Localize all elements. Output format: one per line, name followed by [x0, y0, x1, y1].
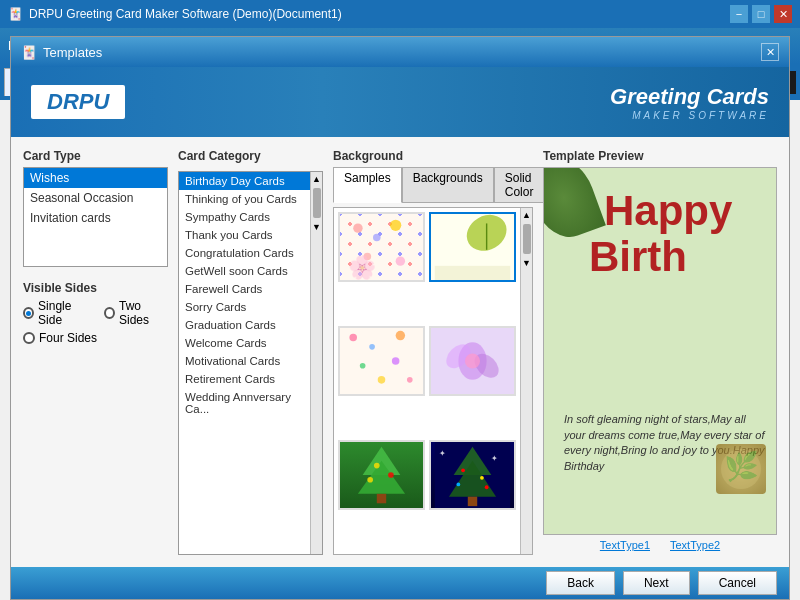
tab-solid-color[interactable]: Solid Color [494, 167, 545, 203]
greeting-logo: Greeting Cards MAKER SOFTWARE [610, 84, 769, 121]
card-category-list[interactable]: Birthday Day Cards Thinking of you Cards… [179, 172, 310, 554]
bg-scrollbar[interactable]: ▲ ▼ [520, 208, 532, 554]
bg-thumb-pink-confetti[interactable] [338, 326, 425, 396]
maximize-button[interactable]: □ [752, 5, 770, 23]
dialog-title-bar: 🃏 Templates ✕ [11, 37, 789, 67]
background-grid: 🌸 [334, 208, 520, 554]
radio-two-sides[interactable]: Two Sides [104, 299, 168, 327]
bg-thumb-dots[interactable]: 🌸 [338, 212, 425, 282]
radio-row-1: Single Side Two Sides [23, 299, 168, 327]
cat-item-congrat[interactable]: Congratulation Cards [179, 244, 310, 262]
svg-point-9 [349, 334, 357, 342]
next-button[interactable]: Next [623, 571, 690, 595]
card-category-label: Card Category [178, 149, 323, 163]
header-band: DRPU Greeting Cards MAKER SOFTWARE [11, 67, 789, 137]
svg-point-23 [374, 463, 380, 469]
scroll-up-arrow[interactable]: ▲ [310, 172, 323, 186]
cat-item-motivational[interactable]: Motivational Cards [179, 352, 310, 370]
svg-point-4 [396, 256, 405, 265]
category-scrollbar[interactable]: ▲ ▼ [310, 172, 322, 554]
close-window-button[interactable]: ✕ [774, 5, 792, 23]
tab-samples[interactable]: Samples [333, 167, 402, 203]
bg-scroll-up[interactable]: ▲ [520, 208, 533, 222]
svg-rect-29 [468, 497, 477, 506]
svg-text:✦: ✦ [491, 454, 498, 463]
text-type-row: TextType1 TextType2 [543, 535, 777, 555]
card-type-item-invitation[interactable]: Invitation cards [24, 208, 167, 228]
svg-point-19 [465, 353, 480, 368]
svg-point-2 [390, 220, 401, 231]
cat-item-thankyou[interactable]: Thank you Cards [179, 226, 310, 244]
dialog-content: Card Type Wishes Seasonal Occasion Invit… [11, 137, 789, 567]
tab-backgrounds[interactable]: Backgrounds [402, 167, 494, 203]
preview-label: Template Preview [543, 149, 777, 163]
svg-point-25 [367, 477, 373, 483]
radio-row-2: Four Sides [23, 331, 168, 345]
cat-item-wedding[interactable]: Wedding Annversary Ca... [179, 388, 310, 418]
bg-scroll-thumb[interactable] [523, 224, 531, 254]
radio-single-label: Single Side [38, 299, 92, 327]
card-type-item-wishes[interactable]: Wishes [24, 168, 167, 188]
background-label: Background [333, 149, 533, 163]
visible-sides-section: Visible Sides Single Side Two Sides [23, 281, 168, 345]
minimize-button[interactable]: − [730, 5, 748, 23]
cat-item-birthday[interactable]: Birthday Day Cards [179, 172, 310, 190]
radio-two-indicator [104, 307, 115, 319]
card-type-list[interactable]: Wishes Seasonal Occasion Invitation card… [23, 167, 168, 267]
radio-group: Single Side Two Sides Four Sides [23, 299, 168, 345]
svg-marker-21 [358, 461, 405, 494]
svg-point-11 [396, 331, 405, 340]
svg-point-24 [388, 472, 394, 478]
svg-rect-8 [435, 266, 510, 280]
dialog-icon: 🃏 [21, 45, 37, 60]
svg-point-0 [353, 223, 362, 232]
svg-point-13 [392, 357, 400, 365]
radio-four-label: Four Sides [39, 331, 97, 345]
scroll-thumb[interactable] [313, 188, 321, 218]
svg-point-10 [369, 344, 375, 350]
svg-point-30 [461, 468, 465, 472]
preview-happy-text: Happy Birth [584, 188, 776, 280]
radio-four-sides[interactable]: Four Sides [23, 331, 97, 345]
card-type-label: Card Type [23, 149, 168, 163]
svg-point-12 [360, 363, 366, 369]
dialog-close-button[interactable]: ✕ [761, 43, 779, 61]
scroll-down-arrow[interactable]: ▼ [310, 220, 323, 234]
text-type1-link[interactable]: TextType1 [600, 539, 650, 551]
cat-item-getwell[interactable]: GetWell soon Cards [179, 262, 310, 280]
cat-item-farewell[interactable]: Farewell Cards [179, 280, 310, 298]
bg-thumb-green-tree[interactable] [338, 440, 425, 510]
svg-point-14 [407, 377, 413, 383]
cancel-button[interactable]: Cancel [698, 571, 777, 595]
cat-item-graduation[interactable]: Graduation Cards [179, 316, 310, 334]
cat-item-sympathy[interactable]: Sympathy Cards [179, 208, 310, 226]
visible-sides-label: Visible Sides [23, 281, 168, 295]
bottom-bar: Back Next Cancel [11, 567, 789, 599]
svg-text:🌸: 🌸 [349, 254, 378, 280]
preview-corner-decoration: 🌿 [716, 444, 766, 494]
cat-item-welcome[interactable]: Welcome Cards [179, 334, 310, 352]
back-button[interactable]: Back [546, 571, 615, 595]
card-type-item-seasonal[interactable]: Seasonal Occasion [24, 188, 167, 208]
template-preview-panel: Template Preview Happy Birth In soft gle… [543, 149, 777, 555]
window-title: DRPU Greeting Card Maker Software (Demo)… [29, 7, 342, 21]
greeting-main: Greeting Cards [610, 84, 769, 110]
svg-point-31 [480, 476, 484, 480]
cat-item-retirement[interactable]: Retirement Cards [179, 370, 310, 388]
bg-thumb-yellow-leaf[interactable] [429, 212, 516, 282]
card-category-panel: Card Category Birthday Day Cards Thinkin… [178, 149, 323, 555]
cat-item-sorry[interactable]: Sorry Cards [179, 298, 310, 316]
templates-dialog: 🃏 Templates ✕ DRPU Greeting Cards MAKER … [10, 36, 790, 600]
radio-single-side[interactable]: Single Side [23, 299, 92, 327]
bg-thumb-christmas[interactable]: ✦ ✦ [429, 440, 516, 510]
bg-scroll-down[interactable]: ▼ [520, 256, 533, 270]
cat-item-thinking[interactable]: Thinking of you Cards [179, 190, 310, 208]
svg-text:🌿: 🌿 [724, 450, 759, 483]
text-type2-link[interactable]: TextType2 [670, 539, 720, 551]
bg-thumb-purple-flower[interactable] [429, 326, 516, 396]
preview-box: Happy Birth In soft gleaming night of st… [543, 167, 777, 535]
radio-two-label: Two Sides [119, 299, 168, 327]
app-icon: 🃏 [8, 7, 23, 21]
drpu-logo: DRPU [31, 85, 125, 119]
background-panel: Background Samples Backgrounds Solid Col… [333, 149, 533, 555]
